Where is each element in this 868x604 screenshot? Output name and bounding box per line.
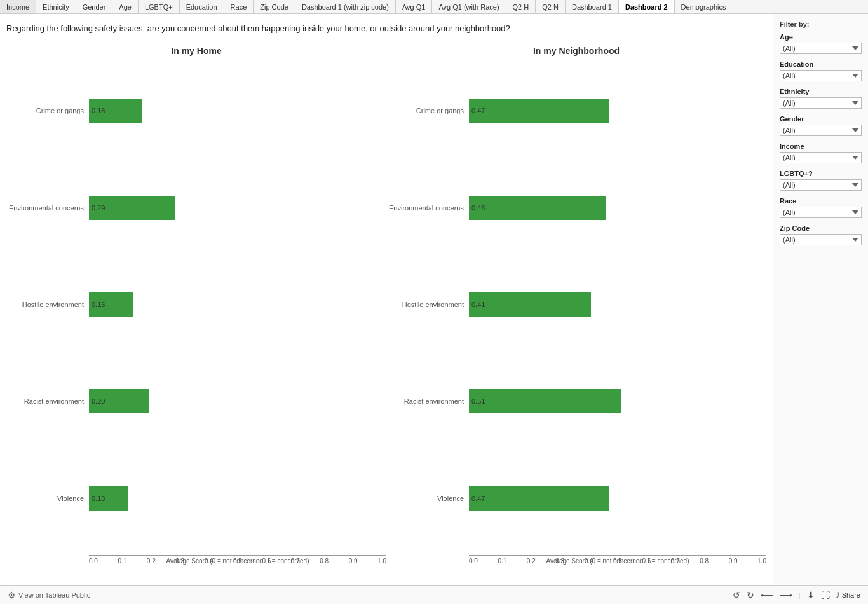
bar-wrap: 0.51 — [469, 382, 766, 420]
bar-wrap: 0.47 — [469, 92, 766, 130]
filter-group-income: Income(All) — [780, 142, 862, 163]
nav-tab-q2-n[interactable]: Q2 N — [536, 0, 566, 13]
right-bar-chart: Crime or gangs0.47Environmental concerns… — [469, 62, 766, 547]
filter-label: Gender — [780, 115, 862, 123]
back-icon[interactable]: ⟵ — [761, 590, 773, 600]
bar-row: Environmental concerns0.29 — [89, 189, 386, 227]
bar-row: Hostile environment0.15 — [89, 285, 386, 324]
undo-icon[interactable]: ↺ — [733, 590, 740, 600]
question-text: Regarding the following safety issues, a… — [6, 24, 766, 33]
nav-tab-race[interactable]: Race — [224, 0, 254, 13]
forward-icon[interactable]: ⟶ — [780, 590, 792, 600]
filter-label: Zip Code — [780, 224, 862, 232]
share-button[interactable]: ⤴ Share — [836, 591, 860, 599]
bar-label: Violence — [386, 495, 469, 502]
bar-row: Environmental concerns0.46 — [469, 189, 766, 227]
filter-label: Age — [780, 33, 862, 41]
bar-label: Racist environment — [386, 397, 469, 405]
filter-select-income[interactable]: (All) — [780, 152, 862, 163]
bar-value: 0.20 — [92, 397, 105, 405]
bar: 0.47 — [469, 486, 609, 511]
bottom-left: ⚙ View on Tableau Public — [8, 590, 90, 600]
bar-label: Crime or gangs — [6, 107, 89, 114]
right-chart-title: In my Neighborhood — [386, 46, 766, 56]
fullscreen-icon[interactable]: ⛶ — [821, 590, 830, 600]
bar-wrap: 0.13 — [89, 479, 386, 518]
bar-label: Hostile environment — [6, 301, 89, 308]
nav-tab-avg-q1[interactable]: Avg Q1 — [396, 0, 433, 13]
bar-value: 0.13 — [92, 495, 105, 502]
nav-tab-q2-h[interactable]: Q2 H — [506, 0, 536, 13]
filter-select-zip-code[interactable]: (All) — [780, 234, 862, 245]
nav-tab-lgbtq+[interactable]: LGBTQ+ — [139, 0, 180, 13]
bar-label: Violence — [6, 495, 89, 502]
bar-row: Crime or gangs0.18 — [89, 92, 386, 130]
filter-label: Education — [780, 60, 862, 68]
view-on-tableau-link[interactable]: View on Tableau Public — [18, 591, 90, 599]
left-x-axis: 0.00.10.20.30.40.50.60.70.80.91.0 Averag… — [89, 555, 386, 565]
download-icon[interactable]: ⬇ — [807, 590, 815, 600]
nav-tab-income[interactable]: Income — [0, 0, 36, 13]
bar: 0.13 — [89, 486, 128, 511]
bar-wrap: 0.20 — [89, 382, 386, 420]
bar-value: 0.41 — [471, 301, 485, 308]
nav-tab-dashboard-1[interactable]: Dashboard 1 — [566, 0, 619, 13]
left-chart-area: Crime or gangs0.18Environmental concerns… — [6, 62, 386, 579]
main-content: Regarding the following safety issues, a… — [0, 14, 868, 585]
bar-row: Violence0.13 — [89, 479, 386, 518]
bar-row: Violence0.47 — [469, 479, 766, 518]
redo-icon[interactable]: ↻ — [747, 590, 754, 600]
nav-tab-dashboard-2[interactable]: Dashboard 2 — [619, 0, 675, 13]
left-chart-title: In my Home — [6, 46, 386, 56]
bar-value: 0.51 — [471, 397, 485, 405]
bar: 0.20 — [89, 389, 149, 413]
charts-area: Regarding the following safety issues, a… — [0, 14, 773, 585]
filter-select-race[interactable]: (All) — [780, 207, 862, 218]
right-chart-area: Crime or gangs0.47Environmental concerns… — [386, 62, 766, 579]
nav-tab-demographics[interactable]: Demographics — [675, 0, 733, 13]
nav-tab-ethnicity[interactable]: Ethnicity — [36, 0, 76, 13]
bar: 0.46 — [469, 196, 606, 220]
bar-label: Hostile environment — [386, 301, 469, 308]
bar-value: 0.29 — [92, 204, 105, 212]
bar: 0.51 — [469, 389, 621, 413]
nav-tab-education[interactable]: Education — [180, 0, 224, 13]
bar-value: 0.46 — [471, 204, 485, 212]
bar-wrap: 0.18 — [89, 92, 386, 130]
nav-tab-age[interactable]: Age — [112, 0, 139, 13]
filter-select-education[interactable]: (All) — [780, 70, 862, 81]
nav-tab-zip-code[interactable]: Zip Code — [254, 0, 295, 13]
bar: 0.18 — [89, 99, 142, 123]
filter-group-lgbtq--: LGBTQ+?(All) — [780, 170, 862, 191]
nav-tab-gender[interactable]: Gender — [76, 0, 113, 13]
bar-label: Racist environment — [6, 397, 89, 405]
right-x-axis: 0.00.10.20.30.40.50.60.70.80.91.0 Averag… — [469, 555, 766, 565]
bar: 0.29 — [89, 196, 175, 220]
bar-label: Environmental concerns — [6, 204, 89, 212]
left-chart: In my Home Crime or gangs0.18Environment… — [6, 46, 386, 579]
bar-row: Crime or gangs0.47 — [469, 92, 766, 130]
charts-row: In my Home Crime or gangs0.18Environment… — [6, 46, 766, 579]
filter-select-ethnicity[interactable]: (All) — [780, 97, 862, 109]
bar-wrap: 0.41 — [469, 285, 766, 324]
filter-group-education: Education(All) — [780, 60, 862, 81]
filter-group-gender: Gender(All) — [780, 115, 862, 136]
bar-wrap: 0.47 — [469, 479, 766, 518]
bottom-right: ↺ ↻ ⟵ ⟶ | ⬇ ⛶ ⤴ Share — [733, 590, 860, 600]
nav-tab-avg-q1-(with-race)[interactable]: Avg Q1 (with Race) — [432, 0, 506, 13]
filter-panel: Filter by: Age(All)Education(All)Ethnici… — [773, 14, 868, 585]
filter-label: Race — [780, 197, 862, 205]
filter-label: Income — [780, 142, 862, 150]
right-chart: In my Neighborhood Crime or gangs0.47Env… — [386, 46, 766, 579]
settings-icon: ⚙ — [8, 590, 16, 600]
filter-select-age[interactable]: (All) — [780, 43, 862, 54]
left-bar-chart: Crime or gangs0.18Environmental concerns… — [89, 62, 386, 547]
bar: 0.15 — [89, 292, 133, 317]
top-navigation: IncomeEthnicityGenderAgeLGBTQ+EducationR… — [0, 0, 868, 14]
filter-group-age: Age(All) — [780, 33, 862, 54]
bar: 0.47 — [469, 99, 609, 123]
nav-tab-dashboard-1-(with-zip-code)[interactable]: Dashboard 1 (with zip code) — [295, 0, 396, 13]
bar-row: Racist environment0.20 — [89, 382, 386, 420]
filter-select-gender[interactable]: (All) — [780, 125, 862, 136]
filter-select-lgbtq--[interactable]: (All) — [780, 179, 862, 191]
